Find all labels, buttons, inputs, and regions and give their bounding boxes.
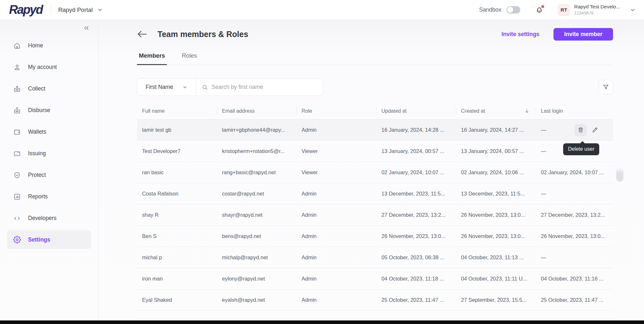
column-header-updated-at[interactable]: Updated at <box>376 103 456 119</box>
sidebar-item-protect[interactable]: Protect <box>7 164 91 186</box>
cell-email: kristopherm+rotation5@r... <box>217 148 296 154</box>
table-row[interactable]: ran basicrang+basic@rapyd.netViewer02 Ja… <box>137 162 613 183</box>
column-header-label: Email address <box>222 108 255 114</box>
sidebar-item-label: Home <box>28 42 43 49</box>
toggle-knob <box>507 7 513 13</box>
tab-members[interactable]: Members <box>137 48 167 65</box>
sidebar-item-issuing[interactable]: Issuing <box>7 143 91 164</box>
sidebar-item-my-account[interactable]: My account <box>7 56 91 78</box>
cell-email: tamirr+gbphone44@rapy... <box>217 127 296 133</box>
cell-role: Admin <box>296 127 376 133</box>
cell-role: Viewer <box>296 148 376 154</box>
back-button[interactable] <box>137 28 149 40</box>
column-header-role[interactable]: Role <box>296 103 376 119</box>
table-row[interactable]: iron maneylony@rapyd.netAdmin04 October,… <box>137 268 613 290</box>
sidebar-item-label: My account <box>28 64 57 71</box>
sidebar-item-wallets[interactable]: Wallets <box>7 121 91 143</box>
cell-last-login: 02 January, 2024, 10:07 ... <box>536 169 613 176</box>
column-header-label: Updated at <box>381 108 407 114</box>
disburse-icon <box>13 106 21 115</box>
cell-full-name: tamir test gb <box>137 127 217 133</box>
cell-created-at: 16 January, 2024, 14:27 ... <box>456 127 536 133</box>
edit-user-button[interactable] <box>591 127 598 133</box>
cell-role: Viewer <box>296 169 376 176</box>
sidebar-item-label: Issuing <box>28 150 46 157</box>
cell-last-login: 04 October, 2023, 11:16 ... <box>536 276 613 282</box>
table-body: tamir test gbtamirr+gbphone44@rapy...Adm… <box>137 119 613 319</box>
topbar: Rapyd Rapyd Portal Sandbox RT Rapyd Test… <box>0 0 644 20</box>
delete-user-button[interactable] <box>574 124 587 136</box>
cell-email: michalp@rapyd.net <box>217 254 296 261</box>
search-input[interactable] <box>212 84 317 91</box>
filter-row: First Name <box>137 78 613 96</box>
cell-role: Admin <box>296 233 376 239</box>
scrollbar-thumb[interactable] <box>616 167 623 182</box>
sidebar-item-label: Wallets <box>28 129 46 135</box>
table-row[interactable]: tamir test gbtamirr+gbphone44@rapy...Adm… <box>137 119 613 141</box>
sandbox-toggle[interactable] <box>506 6 520 14</box>
row-actions <box>574 119 598 140</box>
members-table: Full nameEmail addressRoleUpdated atCrea… <box>137 103 613 319</box>
cell-full-name: iron man <box>137 276 217 282</box>
cell-full-name: Test Developer7 <box>137 148 217 154</box>
notification-dot <box>541 5 544 8</box>
main-area: Team members & Roles Invite settings Inv… <box>99 20 644 324</box>
invite-settings-link[interactable]: Invite settings <box>502 31 540 38</box>
cell-updated-at: 13 January, 2024, 00:57 ... <box>376 148 456 154</box>
table-row[interactable]: Costa Rafalsoncostar@rapyd.netAdmin13 De… <box>137 183 613 205</box>
cell-updated-at: 04 October, 2023, 11:18 ... <box>376 276 456 282</box>
cell-created-at: 04 October, 2023, 11:13 ... <box>456 254 536 261</box>
tab-roles[interactable]: Roles <box>180 48 199 65</box>
cell-created-at: 26 November, 2023, 13:0... <box>456 212 536 218</box>
column-header-full-name[interactable]: Full name <box>137 103 217 119</box>
table-row[interactable]: shay Rshayr@rapyd.netAdmin27 December, 2… <box>137 205 613 226</box>
collapse-sidebar-icon[interactable] <box>83 24 90 32</box>
search-field-value: First Name <box>146 84 173 91</box>
sidebar-nav: HomeMy accountCollectDisburseWalletsIssu… <box>0 35 98 249</box>
shield-icon <box>13 171 21 179</box>
sidebar-item-reports[interactable]: Reports <box>7 186 91 207</box>
account-meta: Rapyd Test Develo... 12345678 <box>574 4 620 15</box>
column-header-label: Last login <box>541 108 563 114</box>
cell-updated-at: 02 January, 2024, 10:07 ... <box>376 169 456 176</box>
table-row[interactable]: Eyal Shakedeyalsh@rapyd.netAdmin25 Octob… <box>137 290 613 311</box>
account-menu-chevron-icon[interactable] <box>630 7 636 13</box>
cell-last-login: — <box>536 191 613 197</box>
cell-updated-at: 05 October, 2023, 06:38 ... <box>376 254 456 261</box>
sidebar-item-label: Reports <box>28 193 48 200</box>
sidebar-item-disburse[interactable]: Disburse <box>7 100 91 121</box>
column-header-created-at[interactable]: Created at <box>456 103 536 119</box>
cell-created-at: 02 January, 2024, 10:06 ... <box>456 169 536 176</box>
search-box <box>196 79 323 96</box>
filter-funnel-button[interactable] <box>599 80 613 94</box>
table-row[interactable]: michal pmichalp@rapyd.netAdmin05 October… <box>137 247 613 268</box>
cell-email: eyalsh@rapyd.net <box>217 297 296 303</box>
table-row[interactable]: Ben Sbens@rapyd.netAdmin26 November, 202… <box>137 226 613 247</box>
column-header-last-login[interactable]: Last login <box>536 103 613 119</box>
cell-full-name: Eyal Shaked <box>137 297 217 303</box>
sidebar-item-label: Settings <box>28 236 50 243</box>
rapyd-portal-screen: Rapyd Rapyd Portal Sandbox RT Rapyd Test… <box>0 0 644 324</box>
account-avatar[interactable]: RT <box>558 4 570 16</box>
trash-icon <box>577 127 584 133</box>
invite-member-button[interactable]: Invite member <box>553 28 613 41</box>
search-field-dropdown[interactable]: First Name <box>137 79 196 96</box>
home-icon <box>13 42 21 50</box>
page-title: Team members & Roles <box>158 30 248 39</box>
portal-switcher[interactable]: Rapyd Portal <box>58 6 103 14</box>
sidebar-item-label: Disburse <box>28 107 50 114</box>
card-icon <box>13 149 21 158</box>
sort-desc-icon[interactable] <box>524 108 530 114</box>
cell-email: bens@rapyd.net <box>217 233 296 239</box>
sidebar-item-label: Protect <box>28 172 46 178</box>
sidebar-item-developers[interactable]: Developers <box>7 207 91 229</box>
notifications-bell-icon[interactable] <box>535 6 543 14</box>
sidebar-item-settings[interactable]: Settings <box>7 230 91 249</box>
table-row[interactable]: Test Developer7kristopherm+rotation5@r..… <box>137 141 613 162</box>
sidebar-item-collect[interactable]: Collect <box>7 78 91 100</box>
cell-role: Admin <box>296 191 376 197</box>
sidebar-item-home[interactable]: Home <box>7 35 91 56</box>
cell-role: Admin <box>296 212 376 218</box>
column-header-email-address[interactable]: Email address <box>217 103 296 119</box>
cell-role: Admin <box>296 276 376 282</box>
